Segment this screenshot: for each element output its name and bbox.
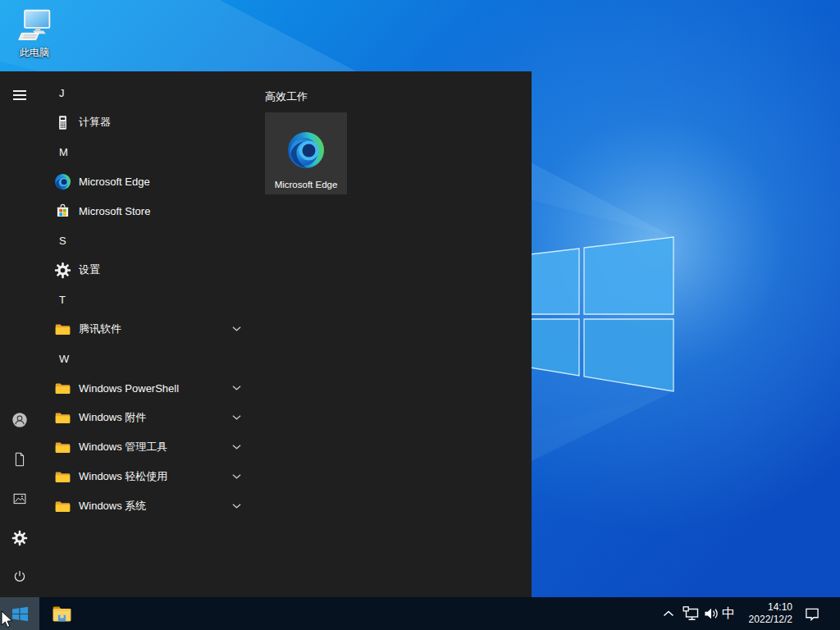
app-item-label: 设置: [79, 262, 100, 277]
mouse-cursor: [1, 610, 14, 628]
settings-gear-icon: [11, 530, 28, 546]
app-item-label: Microsoft Store: [79, 205, 150, 217]
tray-hidden-icons-button[interactable]: [658, 597, 679, 630]
folder-icon: [49, 409, 75, 427]
app-item-label: 计算器: [79, 115, 111, 130]
pictures-icon: [11, 491, 28, 507]
desktop-icon-this-pc[interactable]: 此电脑: [8, 8, 61, 60]
file-explorer-icon: [51, 604, 73, 623]
chevron-down-icon: [232, 326, 241, 332]
clock-date: 2022/12/2: [749, 614, 792, 626]
app-section-header[interactable]: M: [39, 137, 254, 167]
taskbar: 中 14:10 2022/12/2: [0, 597, 840, 630]
volume-icon: [704, 607, 719, 620]
chevron-down-icon: [232, 504, 241, 509]
gear-icon: [49, 262, 75, 279]
chevron-down-icon: [232, 474, 241, 480]
app-section-header[interactable]: W: [39, 344, 254, 373]
app-item-label: Windows 附件: [79, 410, 146, 425]
app-section-header[interactable]: J: [39, 78, 254, 107]
taskbar-file-explorer-button[interactable]: [42, 597, 81, 630]
app-item-label: Windows PowerShell: [79, 382, 179, 395]
documents-icon: [11, 451, 28, 468]
app-item[interactable]: Windows 轻松使用: [39, 462, 254, 491]
folder-icon: [49, 468, 75, 486]
app-item[interactable]: Microsoft Store: [39, 196, 254, 226]
app-list: J计算器MMicrosoft EdgeMicrosoft StoreS设置T腾讯…: [39, 71, 254, 521]
store-icon: [49, 203, 75, 220]
hamburger-menu-icon: [13, 88, 26, 103]
this-pc-icon: [15, 8, 54, 44]
power-icon: [11, 568, 28, 585]
user-account-icon: [11, 411, 29, 429]
app-item[interactable]: 计算器: [39, 107, 254, 137]
app-section-header[interactable]: T: [39, 285, 254, 314]
rail-power-button[interactable]: [0, 557, 39, 596]
folder-icon: [49, 321, 75, 338]
app-section-header[interactable]: S: [39, 226, 254, 255]
chevron-down-icon: [232, 445, 241, 450]
app-item-label: 腾讯软件: [79, 322, 121, 336]
rail-user-button[interactable]: [0, 400, 39, 440]
action-center-icon: [805, 607, 819, 621]
app-item-label: Windows 轻松使用: [79, 469, 167, 484]
chevron-down-icon: [232, 415, 241, 421]
tray-network-button[interactable]: [681, 597, 702, 630]
folder-icon: [49, 498, 75, 515]
app-item-label: Microsoft Edge: [79, 176, 150, 188]
tray-clock[interactable]: 14:10 2022/12/2: [737, 597, 794, 630]
edge-icon: [49, 173, 75, 190]
tile-microsoft-edge[interactable]: Microsoft Edge: [265, 112, 347, 194]
rail-menu-button[interactable]: [0, 75, 39, 115]
app-item[interactable]: 腾讯软件: [39, 314, 254, 344]
app-item[interactable]: 设置: [39, 255, 254, 285]
tile-label: Microsoft Edge: [265, 180, 347, 189]
action-center-button[interactable]: [797, 597, 827, 630]
app-item-label: Windows 管理工具: [79, 440, 167, 454]
start-menu-rail: [0, 71, 39, 597]
calculator-icon: [49, 114, 75, 131]
app-item[interactable]: Windows 管理工具: [39, 432, 254, 462]
rail-pictures-button[interactable]: [0, 479, 39, 518]
tile-group-title: 高效工作: [265, 89, 308, 104]
app-item[interactable]: Windows 系统: [39, 491, 254, 521]
ime-indicator[interactable]: 中: [719, 597, 738, 630]
screen: { "colors": { "wallpaper_light":"#0b9bea…: [0, 0, 840, 630]
chevron-down-icon: [232, 386, 241, 391]
clock-time: 14:10: [768, 601, 792, 614]
chevron-up-icon: [663, 610, 674, 617]
app-item[interactable]: Windows PowerShell: [39, 373, 254, 403]
folder-icon: [49, 439, 75, 456]
app-item[interactable]: Windows 附件: [39, 403, 254, 432]
start-menu-panel: J计算器MMicrosoft EdgeMicrosoft StoreS设置T腾讯…: [0, 71, 532, 597]
folder-icon: [49, 380, 75, 397]
edge-icon: [286, 130, 326, 170]
rail-settings-button[interactable]: [0, 518, 39, 558]
rail-documents-button[interactable]: [0, 440, 39, 479]
app-item-label: Windows 系统: [79, 499, 146, 514]
network-icon: [682, 606, 701, 621]
app-item[interactable]: Microsoft Edge: [39, 167, 254, 196]
desktop-icon-label: 此电脑: [8, 46, 61, 60]
